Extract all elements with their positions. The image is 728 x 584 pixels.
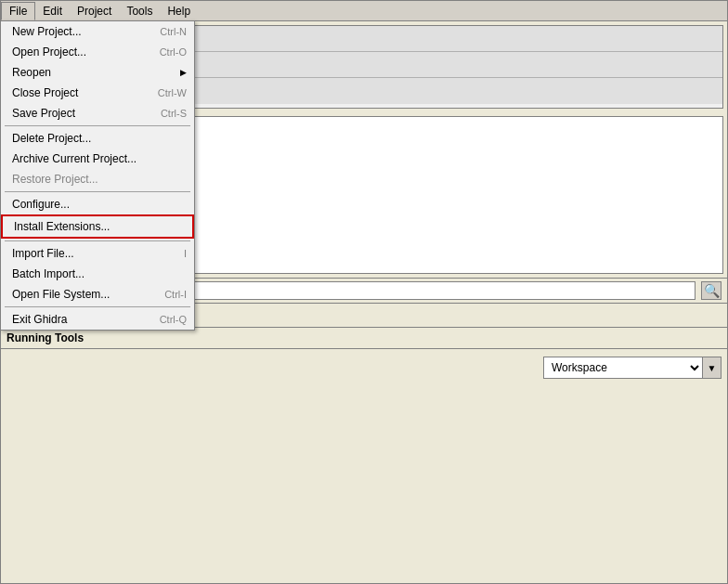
menu-item-archive-current-project-label: Archive Current Project... [12,152,136,165]
menu-item-configure-label: Configure... [12,198,70,211]
menu-item-close-project-shortcut: Ctrl-W [158,87,187,98]
workspace-dropdown-button[interactable]: ▼ [702,357,721,378]
filter-search-icon: 🔍 [704,283,720,298]
dropdown-menu-container: New Project... Ctrl-N Open Project... Ct… [0,20,195,331]
menu-item-exit-ghidra[interactable]: Exit Ghidra Ctrl-Q [1,309,194,330]
menu-project[interactable]: Project [70,3,119,19]
menu-item-import-file-label: Import File... [12,247,74,260]
menu-item-exit-ghidra-label: Exit Ghidra [12,313,67,326]
separator-2 [5,191,190,192]
menu-item-new-project[interactable]: New Project... Ctrl-N [1,21,194,42]
menu-item-install-extensions[interactable]: Install Extensions... [1,214,194,239]
workspace-area: Workspace ▼ [1,349,727,386]
workspace-dropdown-arrow-icon: ▼ [708,363,717,373]
menu-item-open-file-system-shortcut: Ctrl-I [164,289,187,300]
menu-help[interactable]: Help [160,3,198,19]
menu-item-open-project-shortcut: Ctrl-O [160,46,187,58]
menu-item-open-project[interactable]: Open Project... Ctrl-O [1,42,194,62]
menu-item-reopen[interactable]: Reopen ▶ [1,62,194,83]
file-dropdown-menu: New Project... Ctrl-N Open Project... Ct… [0,20,195,331]
menu-item-open-file-system-label: Open File System... [12,288,110,301]
separator-1 [5,125,190,126]
menu-file[interactable]: File [1,2,35,20]
menu-tools[interactable]: Tools [119,3,160,19]
menu-item-delete-project-label: Delete Project... [12,132,91,145]
main-window: File Edit Project Tools Help New Project… [0,0,728,584]
menu-bar: File Edit Project Tools Help [1,1,727,21]
menu-item-configure[interactable]: Configure... [1,194,194,214]
menu-item-restore-project[interactable]: Restore Project... [1,169,194,189]
menu-item-open-file-system[interactable]: Open File System... Ctrl-I [1,284,194,305]
menu-item-save-project-shortcut: Ctrl-S [161,108,187,119]
menu-edit[interactable]: Edit [35,3,70,19]
filter-search-button[interactable]: 🔍 [701,281,722,300]
separator-4 [5,306,190,307]
menu-item-import-file[interactable]: Import File... I [1,243,194,264]
menu-item-delete-project[interactable]: Delete Project... [1,128,194,149]
menu-item-batch-import[interactable]: Batch Import... [1,264,194,284]
menu-item-save-project-label: Save Project [12,107,75,120]
reopen-submenu-arrow: ▶ [180,68,187,77]
menu-item-close-project[interactable]: Close Project Ctrl-W [1,83,194,103]
menu-item-reopen-label: Reopen [12,66,51,79]
menu-item-new-project-shortcut: Ctrl-N [160,26,187,37]
menu-item-install-extensions-label: Install Extensions... [14,220,110,233]
menu-item-exit-ghidra-shortcut: Ctrl-Q [160,314,187,325]
menu-item-batch-import-label: Batch Import... [12,267,84,280]
menu-item-open-project-label: Open Project... [12,45,86,58]
menu-item-close-project-label: Close Project [12,86,78,99]
menu-item-import-file-shortcut: I [184,248,187,259]
menu-item-restore-project-label: Restore Project... [12,173,98,186]
separator-3 [5,240,190,241]
workspace-select-wrap: Workspace ▼ [543,357,722,379]
running-tools-bar: Running Tools [1,328,727,349]
menu-item-save-project[interactable]: Save Project Ctrl-S [1,103,194,123]
running-tools-label: Running Tools [6,331,84,344]
workspace-select[interactable]: Workspace [544,358,702,377]
menu-item-new-project-label: New Project... [12,25,82,38]
menu-item-archive-current-project[interactable]: Archive Current Project... [1,149,194,169]
